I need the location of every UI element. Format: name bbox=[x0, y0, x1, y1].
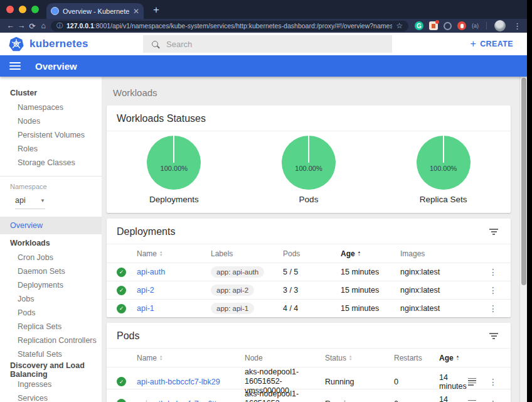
browser-tab[interactable]: Overview - Kubernetes Dashb ✕ bbox=[46, 3, 144, 19]
screen: Overview - Kubernetes Dashb ✕ + ← → ⟳ ⌂ … bbox=[0, 0, 532, 402]
deployments-card-title: Deployments bbox=[117, 226, 175, 237]
pods-pie-chart: 100.00% Pods bbox=[242, 136, 376, 204]
deployment-name-link[interactable]: api-1 bbox=[137, 304, 211, 313]
age-value: 15 minutes bbox=[341, 286, 400, 295]
pods-card: Pods Name▲▼ Node Status▲▼ Restarts Age▲▼… bbox=[107, 323, 511, 402]
sidebar-item-namespaces[interactable]: Namespaces bbox=[0, 100, 102, 114]
age-value: 15 minutes bbox=[341, 268, 400, 276]
age-value: 15 minutes bbox=[341, 304, 400, 313]
profile-avatar[interactable] bbox=[494, 20, 506, 31]
column-header-name[interactable]: Name▲▼ bbox=[137, 249, 211, 258]
sidebar-section-workloads: Workloads bbox=[0, 236, 102, 251]
row-menu-icon[interactable]: ⋮ bbox=[486, 399, 501, 402]
column-header-name[interactable]: Name▲▼ bbox=[137, 354, 245, 362]
table-row: ✓ api-1 app: api-1 4 / 4 15 minutes ngin… bbox=[107, 299, 511, 317]
site-info-icon[interactable]: ⓘ bbox=[56, 21, 63, 30]
new-tab-button[interactable]: + bbox=[153, 4, 159, 16]
browser-url-bar: ← → ⟳ ⌂ ⓘ 127.0.0.1:8001/api/v1/namespac… bbox=[0, 19, 527, 33]
sidebar-item-nodes[interactable]: Nodes bbox=[0, 114, 102, 128]
sidebar-item-daemon-sets[interactable]: Daemon Sets bbox=[0, 264, 102, 278]
deployment-name-link[interactable]: api-auth bbox=[137, 268, 211, 276]
label-chip: app: api-auth bbox=[211, 266, 264, 278]
sidebar-item-cron-jobs[interactable]: Cron Jobs bbox=[0, 251, 102, 264]
sidebar-item-overview[interactable]: Overview bbox=[0, 217, 102, 234]
hamburger-menu-icon[interactable] bbox=[9, 62, 21, 70]
app-header: kubernetes + CREATE bbox=[0, 33, 527, 55]
workloads-statuses-card: Workloads Statuses 100.00% Deployments 1 bbox=[107, 106, 511, 213]
pods-count: 5 / 5 bbox=[283, 268, 341, 276]
pie-percentage: 100.00% bbox=[147, 165, 201, 172]
forward-icon[interactable]: → bbox=[16, 21, 28, 30]
pod-name-link[interactable]: api-auth-bcbccfc7-m6ttg bbox=[137, 399, 245, 402]
sidebar-item-replication-controllers[interactable]: Replication Controllers bbox=[0, 334, 102, 347]
sidebar-item-ingresses[interactable]: Ingresses bbox=[0, 378, 102, 391]
url-host: 127.0.0.1 bbox=[66, 22, 94, 30]
statuses-card-title: Workloads Statuses bbox=[117, 113, 206, 124]
sidebar-item-stateful-sets[interactable]: Stateful Sets bbox=[0, 347, 102, 361]
namespace-select[interactable]: api ▼ bbox=[15, 196, 45, 209]
home-icon[interactable]: ⌂ bbox=[38, 21, 50, 30]
browser-menu-icon[interactable]: ⋮ bbox=[513, 21, 521, 31]
sidebar-divider bbox=[0, 176, 102, 177]
pie-tick bbox=[173, 136, 174, 163]
extension-icons: G (a) ⋮ bbox=[415, 20, 527, 31]
zoom-window-button[interactable] bbox=[31, 6, 39, 13]
tab-close-icon[interactable]: ✕ bbox=[133, 7, 139, 16]
grammarly-extension-icon[interactable]: G bbox=[415, 21, 423, 30]
row-menu-icon[interactable]: ⋮ bbox=[486, 267, 501, 277]
scrollbar-thumb[interactable] bbox=[521, 78, 526, 285]
row-menu-icon[interactable]: ⋮ bbox=[486, 377, 501, 387]
extension-ring-icon[interactable] bbox=[444, 22, 452, 30]
bookmark-star-icon[interactable]: ☆ bbox=[396, 21, 403, 30]
filter-icon[interactable] bbox=[487, 226, 501, 237]
restarts-value: 0 bbox=[394, 378, 439, 386]
reload-icon[interactable]: ⟳ bbox=[27, 21, 38, 31]
sidebar-section-cluster: Cluster bbox=[0, 85, 102, 100]
sidebar-item-replica-sets[interactable]: Replica Sets bbox=[0, 320, 102, 334]
column-header-age[interactable]: Age▲▼ bbox=[439, 354, 468, 362]
sidebar-item-roles[interactable]: Roles bbox=[0, 142, 102, 156]
sidebar-item-persistent-volumes[interactable]: Persistent Volumes bbox=[0, 128, 102, 142]
toolbar: Overview bbox=[0, 55, 527, 77]
search-input[interactable] bbox=[166, 40, 383, 49]
omnibox[interactable]: ⓘ 127.0.0.1:8001/api/v1/namespaces/kube-… bbox=[51, 21, 408, 31]
url-rest: :8001/api/v1/namespaces/kube-system/serv… bbox=[94, 22, 392, 30]
sort-icon: ▲▼ bbox=[349, 355, 352, 361]
extension-a-icon[interactable]: (a) bbox=[472, 23, 479, 29]
sidebar-item-services[interactable]: Services bbox=[0, 391, 102, 402]
images-value: nginx:latest bbox=[400, 286, 486, 295]
column-header-status[interactable]: Status▲▼ bbox=[325, 354, 394, 362]
filter-icon[interactable] bbox=[487, 330, 501, 342]
page-title: Workloads bbox=[113, 87, 511, 98]
create-button[interactable]: + CREATE bbox=[470, 38, 513, 50]
column-header-age[interactable]: Age▲▼ bbox=[341, 249, 400, 258]
toolbar-title: Overview bbox=[35, 61, 77, 72]
pie-graphic: 100.00% bbox=[282, 136, 336, 190]
column-header-pods: Pods bbox=[283, 249, 341, 258]
pod-name-link[interactable]: api-auth-bcbccfc7-lbk29 bbox=[137, 378, 245, 386]
search-bar[interactable] bbox=[143, 35, 392, 53]
page-scrollbar[interactable] bbox=[519, 77, 527, 402]
browser-window: Overview - Kubernetes Dashb ✕ + ← → ⟳ ⌂ … bbox=[0, 0, 527, 402]
back-icon[interactable]: ← bbox=[5, 21, 16, 30]
logs-icon[interactable] bbox=[468, 378, 486, 386]
extension-icon-with-badge[interactable] bbox=[429, 21, 438, 30]
sidebar-item-pods[interactable]: Pods bbox=[0, 306, 102, 320]
row-menu-icon[interactable]: ⋮ bbox=[486, 303, 501, 313]
kubernetes-logo-icon bbox=[8, 36, 24, 52]
status-ok-icon: ✓ bbox=[117, 304, 126, 313]
main-content: Workloads Workloads Statuses 100.00% Dep… bbox=[102, 77, 527, 402]
column-header-images: Images bbox=[400, 249, 486, 258]
deployment-name-link[interactable]: api-2 bbox=[137, 286, 211, 295]
extension-red-icon[interactable] bbox=[457, 21, 466, 30]
row-menu-icon[interactable]: ⋮ bbox=[486, 285, 501, 295]
age-value: 14 minutes bbox=[439, 373, 468, 391]
sidebar-item-storage-classes[interactable]: Storage Classes bbox=[0, 156, 102, 170]
sidebar-item-deployments[interactable]: Deployments bbox=[0, 278, 102, 292]
minimize-window-button[interactable] bbox=[19, 6, 26, 13]
page-body: Cluster Namespaces Nodes Persistent Volu… bbox=[0, 77, 527, 402]
close-window-button[interactable] bbox=[6, 6, 14, 13]
sidebar-item-jobs[interactable]: Jobs bbox=[0, 292, 102, 306]
sort-icon: ▲▼ bbox=[456, 355, 459, 361]
logs-icon[interactable] bbox=[468, 400, 486, 402]
